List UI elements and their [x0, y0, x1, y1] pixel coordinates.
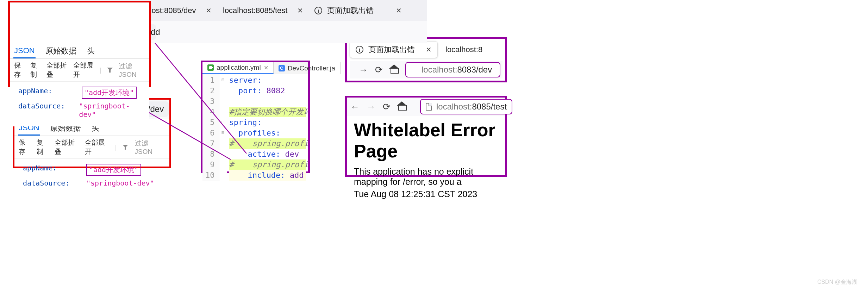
filter-icon — [123, 145, 128, 150]
collapse-all-button[interactable]: 全部折叠 — [46, 61, 68, 79]
tab-title: 页面加载出错 — [327, 5, 374, 16]
info-icon: i — [356, 46, 363, 54]
error-title: Whitelabel Error Page — [354, 119, 498, 162]
json-key: dataSource: — [18, 102, 68, 119]
json-key: dataSource: — [23, 179, 76, 187]
code-line: spring: — [229, 117, 306, 128]
address-bar[interactable]: localhost:8085/test — [420, 99, 512, 114]
json-value: "springboot-dev" — [79, 102, 143, 119]
filter-input[interactable]: 过滤 JSON — [135, 139, 165, 156]
editor-tabs: application.yml ✕ C DevController.ja — [202, 62, 308, 74]
editor-tab-yml[interactable]: application.yml ✕ — [202, 62, 274, 74]
purple-box-error-tab: i 页面加载出错 ✕ localhost:8 → ⟳ localhost:808… — [345, 37, 507, 82]
expand-all-button[interactable]: 全部展开 — [85, 138, 110, 156]
json-value: "springboot-dev" — [86, 179, 154, 187]
address-bar[interactable]: localhost:8083/dev — [405, 62, 500, 77]
tab-test[interactable]: localhost:8085/test ✕ — [217, 2, 309, 19]
nav-toolbar-err: → ⟳ localhost:8083/dev — [350, 61, 502, 79]
close-icon[interactable]: ✕ — [264, 64, 268, 71]
tab-error[interactable]: i 页面加载出错 ✕ — [350, 41, 438, 58]
json-content: appName: "add开发环境" dataSource: "springbo… — [14, 159, 169, 192]
purple-box-whitelabel: ← → ⟳ localhost:8085/test Whitelabel Err… — [345, 96, 507, 177]
line-gutter: 12345678910 — [202, 74, 219, 181]
filter-input[interactable]: 过滤 JSON — [119, 62, 145, 79]
close-icon[interactable]: ✕ — [297, 6, 303, 15]
reload-button[interactable]: ⟳ — [383, 101, 391, 112]
close-icon[interactable]: ✕ — [206, 6, 212, 15]
copy-button[interactable]: 复制 — [30, 61, 41, 79]
json-value-highlight: "add开发环境" — [86, 164, 141, 176]
nav-toolbar-test: ← → ⟳ localhost:8085/test — [347, 98, 505, 116]
code-line: # spring.profiles.acti — [229, 138, 306, 149]
code-line: #指定要切换哪个开发环境，通过 — [229, 107, 306, 117]
forward-button[interactable]: → — [359, 64, 368, 75]
purple-box-yml: application.yml ✕ C DevController.ja 123… — [201, 61, 310, 173]
json-view-tabs: JSON 原始数据 头 — [10, 42, 149, 59]
save-button[interactable]: 保存 — [19, 138, 31, 156]
tab-title: 页面加载出错 — [368, 44, 415, 55]
save-button[interactable]: 保存 — [14, 61, 25, 79]
json-row: dataSource: "springboot-dev" — [23, 177, 164, 189]
json-key: appName: — [18, 87, 71, 99]
json-key: appName: — [23, 164, 76, 176]
editor-tab-controller[interactable]: C DevController.ja — [274, 62, 341, 74]
json-toolbar: 保存 复制 全部折叠 全部展开 | 过滤 JSON — [10, 59, 149, 82]
tab-error[interactable]: i 页面加载出错 ✕ — [309, 2, 407, 19]
json-row: appName: "add开发环境" — [23, 162, 164, 177]
home-button[interactable] — [390, 64, 398, 75]
fold-gutter: ⊟⊟⊟ — [219, 74, 227, 181]
class-icon: C — [279, 65, 285, 71]
code-area[interactable]: server: port: 8082 #指定要切换哪个开发环境，通过spring… — [227, 74, 308, 181]
next-tab-partial[interactable]: localhost:8 — [441, 45, 482, 54]
expand-all-button[interactable]: 全部展开 — [73, 61, 94, 79]
code-line: port: 8082 — [229, 86, 306, 96]
json-value-highlight: "add开发环境" — [82, 87, 137, 99]
code-line: server: — [229, 75, 306, 86]
forward-button: → — [367, 101, 376, 112]
reload-button[interactable]: ⟳ — [375, 64, 383, 75]
json-row: dataSource: "springboot-dev" — [18, 100, 143, 120]
code-line — [229, 96, 306, 107]
close-icon[interactable]: ✕ — [396, 6, 402, 15]
json-tab-headers[interactable]: 头 — [86, 44, 95, 58]
page-icon — [426, 103, 432, 111]
url-text: localhost:8083/dev — [421, 65, 492, 75]
back-button[interactable]: ← — [350, 101, 360, 112]
json-content: appName: "add开发环境" dataSource: "springbo… — [10, 82, 149, 126]
watermark: CSDN @金海湖 — [817, 278, 857, 286]
json-tab-json[interactable]: JSON — [13, 44, 36, 58]
json-tab-raw[interactable]: 原始数据 — [45, 44, 77, 58]
error-message: This application has no explicit mapping… — [354, 167, 498, 187]
code-line: # spring.profiles.incl — [229, 159, 306, 170]
filter-icon — [107, 68, 112, 73]
tab-title: DevController.ja — [288, 64, 335, 72]
copy-button[interactable]: 复制 — [37, 138, 49, 156]
code-line: profiles: — [229, 128, 306, 138]
spring-leaf-icon — [207, 64, 214, 71]
tab-title: localhost:8085/test — [223, 6, 287, 15]
close-icon[interactable]: ✕ — [426, 45, 432, 54]
url-text: localhost:8085/test — [436, 102, 507, 112]
home-button[interactable] — [398, 101, 406, 112]
editor-body: 12345678910 ⊟⊟⊟ server: port: 8082 #指定要切… — [202, 74, 308, 181]
collapse-all-button[interactable]: 全部折叠 — [55, 138, 79, 156]
info-icon: i — [314, 7, 322, 14]
error-timestamp: Tue Aug 08 12:25:31 CST 2023 — [354, 189, 498, 199]
json-toolbar: 保存 复制 全部折叠 全部展开 | 过滤 JSON — [14, 136, 169, 159]
error-page: Whitelabel Error Page This application h… — [347, 116, 505, 206]
code-line: active: dev — [229, 149, 306, 159]
json-viewer-add: JSON 原始数据 头 保存 复制 全部折叠 全部展开 | 过滤 JSON ap… — [10, 42, 149, 126]
json-row: appName: "add开发环境" — [18, 85, 143, 100]
code-line: include: add — [229, 170, 306, 181]
tab-title: application.yml — [217, 64, 261, 71]
